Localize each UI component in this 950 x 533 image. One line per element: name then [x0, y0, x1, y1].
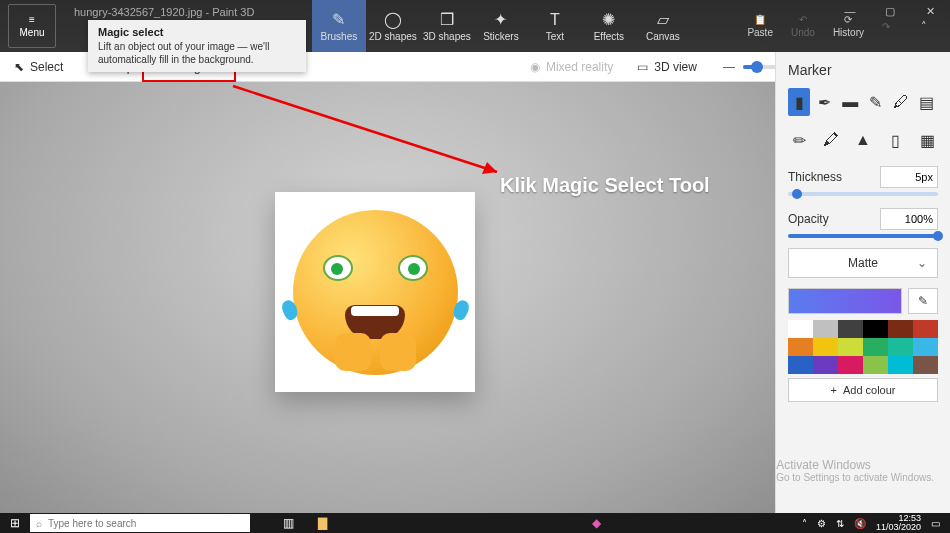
brushes-icon: ✎ [332, 10, 345, 29]
swatch[interactable] [813, 338, 838, 356]
taskbar: ⊞ ⌕ Type here to search ▥ ▇ ◆ ˄ ⚙ ⇅ 🔇 12… [0, 513, 950, 533]
tool-3d-shapes[interactable]: ❒3D shapes [420, 0, 474, 52]
canvas-icon: ▱ [657, 10, 669, 29]
close-button[interactable]: ✕ [910, 0, 950, 22]
undo-button[interactable]: ↶ Undo [791, 14, 815, 38]
pencil-icon: ✎ [869, 93, 882, 112]
brush-pencil2[interactable]: ✏ [788, 126, 810, 154]
paste-icon: 📋 [754, 14, 766, 25]
stickers-icon: ✦ [494, 10, 507, 29]
file-explorer-icon[interactable]: ▇ [310, 514, 334, 532]
annotation-text: Klik Magic Select Tool [500, 174, 710, 197]
brush-calligraphy-pen[interactable]: ✒ [814, 88, 836, 116]
pencil2-icon: ✏ [793, 131, 806, 150]
tool-text[interactable]: TText [528, 0, 582, 52]
tray-volume-icon[interactable]: 🔇 [854, 518, 866, 529]
swatch[interactable] [788, 320, 813, 338]
swatch[interactable] [813, 356, 838, 374]
brush-marker[interactable]: ▮ [788, 88, 810, 116]
tool-2d-shapes[interactable]: ◯2D shapes [366, 0, 420, 52]
tool-brushes[interactable]: ✎Brushes [312, 0, 366, 52]
swatch[interactable] [863, 338, 888, 356]
svg-marker-0 [482, 162, 497, 174]
minimize-button[interactable]: — [830, 0, 870, 22]
thickness-slider[interactable] [788, 192, 938, 196]
brush-pencil[interactable]: ✎ [865, 88, 887, 116]
swatch[interactable] [838, 356, 863, 374]
tool-effects[interactable]: ✺Effects [582, 0, 636, 52]
taskbar-search[interactable]: ⌕ Type here to search [30, 514, 250, 532]
swatch[interactable] [888, 320, 913, 338]
task-view-icon[interactable]: ▥ [276, 514, 300, 532]
mixed-reality-icon: ◉ [530, 60, 540, 74]
canvas-area[interactable]: Klik Magic Select Tool [0, 82, 775, 513]
menu-button[interactable]: ≡ Menu [8, 4, 56, 48]
maximize-button[interactable]: ▢ [870, 0, 910, 22]
tool-stickers[interactable]: ✦Stickers [474, 0, 528, 52]
swatch[interactable] [863, 320, 888, 338]
brush-pen[interactable]: 🖊 [890, 88, 912, 116]
swatch[interactable] [913, 356, 938, 374]
taskbar-clock[interactable]: 12:53 11/03/2020 [876, 514, 921, 532]
mixed-reality: ◉ Mixed reality [516, 52, 627, 81]
crayon-icon: 🖍 [823, 131, 839, 149]
zoom-out-button[interactable]: — [723, 60, 735, 74]
eyedropper-button[interactable]: ✎ [908, 288, 938, 314]
tray-up-icon[interactable]: ˄ [802, 518, 807, 529]
paste-button[interactable]: 📋 Paste [747, 14, 773, 38]
brush-fill[interactable]: ▯ [884, 126, 906, 154]
add-colour-button[interactable]: + Add colour [788, 378, 938, 402]
spray-icon: ▲ [855, 131, 871, 149]
eraser-icon: ▦ [920, 131, 935, 150]
3d-shapes-icon: ❒ [440, 10, 454, 29]
thickness-label: Thickness [788, 170, 842, 184]
right-panel: Marker ▮✒▬✎🖊▤ ✏🖍▲▯▦ Thickness Opacity Ma… [775, 52, 950, 513]
notifications-icon[interactable]: ▭ [931, 518, 940, 529]
paint3d-taskbar-icon[interactable]: ◆ [584, 514, 608, 532]
eyedropper-icon: ✎ [918, 294, 928, 308]
brush-crayon[interactable]: 🖍 [820, 126, 842, 154]
oil-brush-icon: ▬ [842, 93, 858, 111]
canvas-image[interactable] [275, 192, 475, 392]
start-button[interactable]: ⊞ [0, 516, 30, 530]
current-color[interactable] [788, 288, 902, 314]
window-title: hungry-3432567_1920.jpg - Paint 3D [74, 4, 254, 18]
opacity-slider[interactable] [788, 234, 938, 238]
watercolor-icon: ▤ [919, 93, 934, 112]
tray-wifi-icon[interactable]: ⇅ [836, 518, 844, 529]
brush-oil-brush[interactable]: ▬ [839, 88, 861, 116]
opacity-input[interactable] [880, 208, 938, 230]
annotation-arrow [233, 86, 497, 172]
swatch[interactable] [838, 338, 863, 356]
cursor-icon: ⬉ [14, 60, 24, 74]
marker-icon: ▮ [795, 93, 804, 112]
opacity-label: Opacity [788, 212, 829, 226]
panel-title: Marker [788, 62, 938, 78]
brush-spray[interactable]: ▲ [852, 126, 874, 154]
swatch[interactable] [788, 338, 813, 356]
material-dropdown[interactable]: Matte [788, 248, 938, 278]
swatch[interactable] [888, 356, 913, 374]
swatch[interactable] [888, 338, 913, 356]
undo-icon: ↶ [799, 14, 807, 25]
swatch[interactable] [913, 320, 938, 338]
pen-icon: 🖊 [893, 93, 909, 111]
swatch[interactable] [813, 320, 838, 338]
menu-label: Menu [19, 27, 44, 38]
brush-watercolor[interactable]: ▤ [916, 88, 938, 116]
tool-canvas[interactable]: ▱Canvas [636, 0, 690, 52]
text-icon: T [550, 11, 560, 29]
swatch[interactable] [913, 338, 938, 356]
thickness-input[interactable] [880, 166, 938, 188]
3d-view-toggle[interactable]: ▭ 3D view [627, 60, 707, 74]
activate-windows-watermark: Activate Windows Go to Settings to activ… [776, 458, 934, 483]
2d-shapes-icon: ◯ [384, 10, 402, 29]
swatch[interactable] [788, 356, 813, 374]
select-tool[interactable]: ⬉ Select [0, 52, 77, 81]
search-icon: ⌕ [36, 518, 42, 529]
swatch[interactable] [838, 320, 863, 338]
tray-network-icon[interactable]: ⚙ [817, 518, 826, 529]
swatch[interactable] [863, 356, 888, 374]
redo-button[interactable]: ↷ [882, 21, 890, 32]
brush-eraser[interactable]: ▦ [916, 126, 938, 154]
